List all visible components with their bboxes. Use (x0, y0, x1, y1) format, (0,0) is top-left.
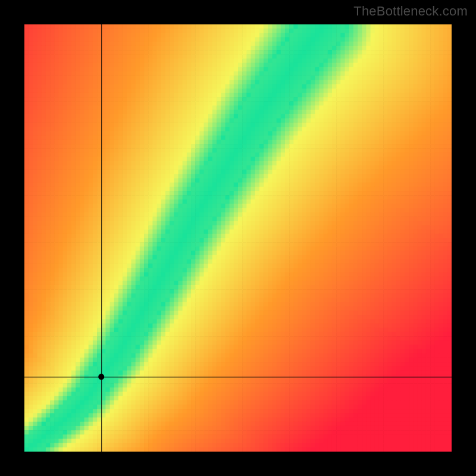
watermark-text: TheBottleneck.com (353, 4, 468, 19)
heatmap-canvas (24, 24, 452, 452)
chart-frame: TheBottleneck.com (0, 0, 476, 476)
plot-area (24, 24, 452, 452)
